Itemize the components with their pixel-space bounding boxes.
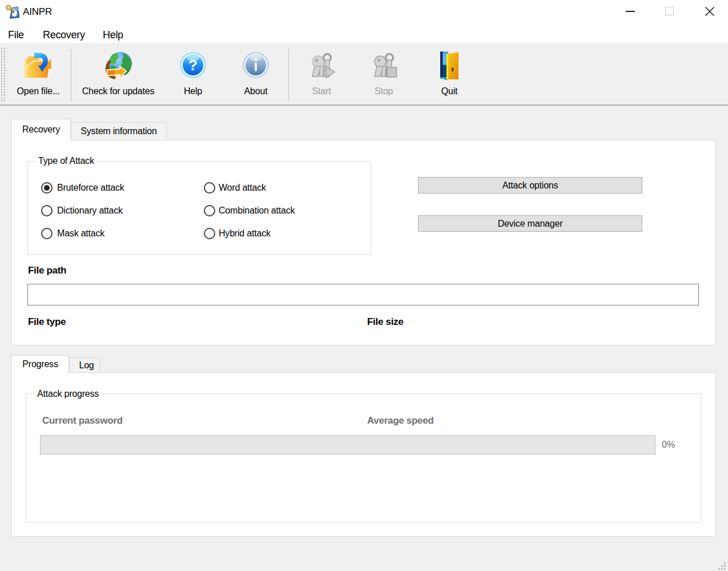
svg-text:?: ? <box>188 57 198 74</box>
